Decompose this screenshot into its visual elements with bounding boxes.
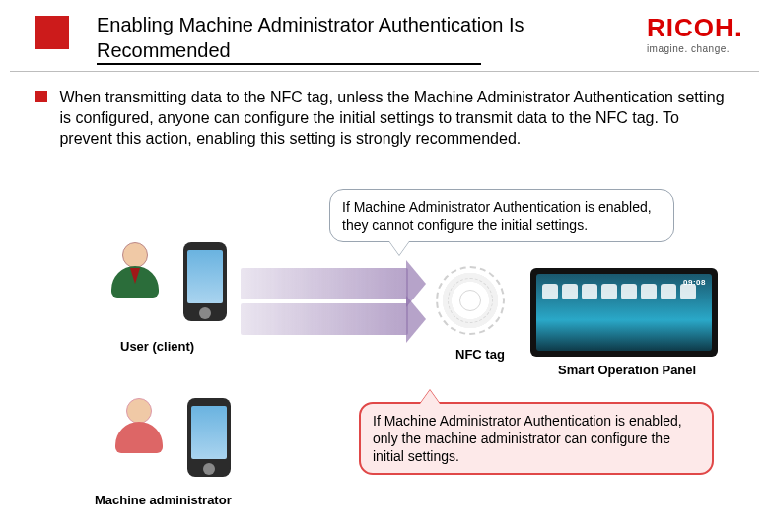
- smart-operation-panel-icon: 09:08: [530, 268, 718, 357]
- callout-top: If Machine Administrator Authentication …: [329, 189, 674, 242]
- title-bullet-icon: [35, 16, 69, 49]
- label-nfc: NFC tag: [455, 347, 505, 362]
- panel-app-icon: [661, 284, 676, 299]
- body-paragraph-row: When transmitting data to the NFC tag, u…: [35, 87, 749, 149]
- logo-tagline: imagine. change.: [647, 43, 743, 54]
- panel-screen-icon: 09:08: [536, 274, 712, 351]
- brand-logo: RICOH. imagine. change.: [647, 12, 743, 54]
- panel-app-icon: [601, 284, 617, 299]
- phone-screen-icon: [191, 406, 227, 459]
- admin-body-icon: [115, 422, 163, 453]
- admin-icon: [110, 398, 168, 471]
- admin-head-icon: [126, 398, 152, 424]
- logo-word: RICOH: [647, 13, 734, 42]
- phone-home-icon: [203, 463, 215, 475]
- panel-app-icon: [562, 284, 578, 299]
- phone-user-icon: [183, 242, 227, 321]
- phone-home-icon: [199, 307, 211, 319]
- phone-admin-icon: [187, 398, 231, 477]
- panel-app-icon: [641, 284, 657, 299]
- panel-app-icon: [621, 284, 637, 299]
- header: Enabling Machine Administrator Authentic…: [35, 12, 749, 71]
- arrow-top-icon: [241, 268, 408, 299]
- body-paragraph: When transmitting data to the NFC tag, u…: [59, 87, 730, 149]
- callout-bottom: If Machine Administrator Authentication …: [359, 402, 714, 475]
- title-underline: [97, 63, 481, 65]
- panel-time: 09:08: [683, 278, 706, 287]
- label-admin: Machine administrator: [95, 493, 232, 507]
- logo-text: RICOH.: [647, 12, 743, 41]
- page-title: Enabling Machine Administrator Authentic…: [97, 12, 530, 63]
- nfc-tag-icon: [436, 266, 505, 335]
- tie-icon: [130, 268, 140, 284]
- user-body-icon: [111, 266, 159, 298]
- panel-app-icon: [542, 284, 558, 299]
- phone-screen-icon: [187, 250, 223, 303]
- callout-bottom-text: If Machine Administrator Authentication …: [373, 413, 682, 464]
- header-divider: [10, 71, 759, 72]
- panel-app-icon: [582, 284, 597, 299]
- slide: Enabling Machine Administrator Authentic…: [0, 0, 769, 532]
- arrow-bottom-icon: [241, 303, 408, 335]
- user-head-icon: [122, 242, 148, 268]
- label-user: User (client): [120, 339, 194, 354]
- bullet-icon: [35, 91, 47, 102]
- logo-dot-icon: .: [734, 10, 743, 42]
- callout-top-text: If Machine Administrator Authentication …: [342, 199, 652, 233]
- user-icon: [106, 242, 164, 315]
- label-panel: Smart Operation Panel: [558, 363, 696, 377]
